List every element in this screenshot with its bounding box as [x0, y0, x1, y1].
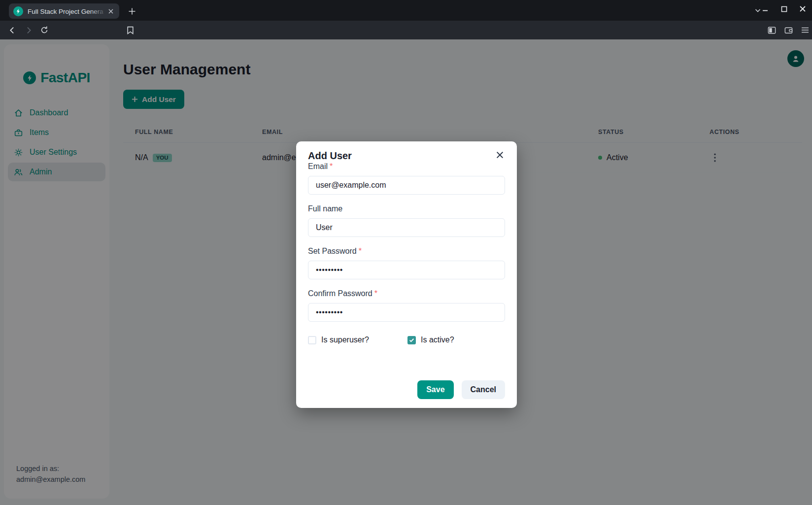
browser-toolbar: i localhost/admin: [0, 21, 812, 39]
modal-close-icon[interactable]: [493, 148, 506, 161]
email-label: Email*: [308, 162, 505, 171]
sidebar-toggle-icon[interactable]: [766, 24, 778, 36]
bookmark-icon[interactable]: [124, 24, 136, 36]
tab-title: Full Stack Project Genera: [28, 8, 103, 15]
browser-tab[interactable]: Full Stack Project Genera: [9, 3, 119, 19]
set-password-field[interactable]: [308, 261, 505, 279]
save-button[interactable]: Save: [417, 380, 453, 399]
is-active-label: Is active?: [421, 336, 454, 344]
tab-close-icon[interactable]: [106, 7, 115, 16]
checkbox-unchecked-icon[interactable]: [308, 336, 316, 344]
confirm-password-label: Confirm Password*: [308, 289, 505, 299]
maximize-button[interactable]: [779, 4, 788, 13]
menu-hamburger-icon[interactable]: [799, 24, 811, 36]
full-name-field[interactable]: [308, 218, 505, 237]
checkbox-checked-icon[interactable]: [407, 336, 416, 344]
new-tab-button[interactable]: [126, 5, 138, 17]
browser-window: Full Stack Project Genera: [0, 0, 812, 505]
modal-title: Add User: [308, 150, 505, 162]
full-name-field-group: Full name: [308, 204, 505, 246]
forward-button[interactable]: [23, 24, 34, 36]
set-password-field-group: Set Password*: [308, 246, 505, 289]
is-superuser-label: Is superuser?: [321, 336, 369, 344]
page-content: FastAPI Dashboard Items: [0, 39, 812, 505]
cancel-button[interactable]: Cancel: [462, 380, 505, 399]
set-password-label: Set Password*: [308, 246, 505, 256]
full-name-label: Full name: [308, 204, 505, 214]
tab-strip: Full Stack Project Genera: [0, 0, 812, 21]
email-field-group: Email*: [308, 162, 505, 204]
confirm-password-field-group: Confirm Password*: [308, 289, 505, 331]
confirm-password-field[interactable]: [308, 303, 505, 322]
reload-button[interactable]: [38, 24, 50, 36]
is-superuser-checkbox[interactable]: Is superuser?: [308, 336, 407, 344]
required-asterisk: *: [359, 247, 362, 255]
close-window-button[interactable]: [798, 4, 807, 13]
is-active-checkbox[interactable]: Is active?: [407, 336, 454, 344]
minimize-button[interactable]: [761, 4, 770, 13]
email-field[interactable]: [308, 176, 505, 195]
back-button[interactable]: [6, 24, 18, 36]
add-user-modal: Add User Email* Full name Set Password* …: [296, 141, 517, 408]
fastapi-favicon-icon: [13, 6, 23, 16]
wallet-icon[interactable]: [782, 24, 794, 36]
required-asterisk: *: [374, 289, 377, 298]
required-asterisk: *: [330, 162, 333, 170]
